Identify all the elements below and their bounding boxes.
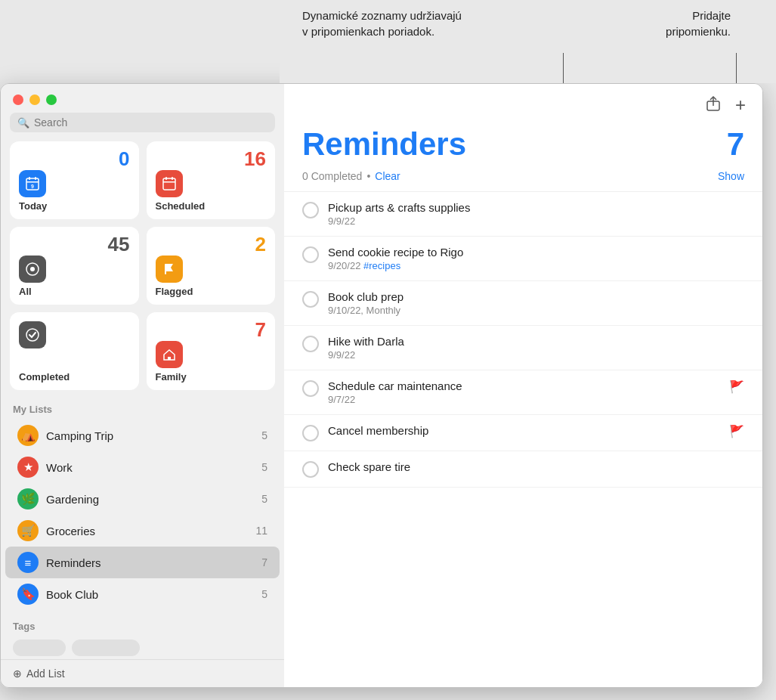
scheduled-icon — [156, 170, 183, 197]
reminder-title-6: Cancel membership — [328, 424, 720, 437]
add-list-icon: ⊕ — [13, 667, 22, 680]
bookclub-icon: 🔖 — [17, 584, 39, 605]
reminder-title-3: Book club prep — [328, 290, 744, 303]
list-item-gardening[interactable]: 🌿 Gardening 5 — [5, 483, 280, 515]
add-list-label: Add List — [26, 667, 65, 680]
bookclub-name: Book Club — [46, 588, 254, 601]
reminder-checkbox-4[interactable] — [302, 336, 319, 352]
svg-rect-3 — [26, 181, 39, 183]
reminder-date-2: 9/20/22 — [328, 260, 363, 271]
smart-list-all[interactable]: 45 All — [10, 227, 139, 305]
reminder-content-7: Check spare tire — [328, 460, 744, 473]
reminder-item-3: Book club prep 9/10/22, Monthly — [284, 281, 762, 326]
tags-section-label: Tags — [1, 618, 284, 637]
tooltip-line-right — [736, 53, 737, 83]
reminder-checkbox-2[interactable] — [302, 246, 319, 263]
main-total-count: 7 — [727, 126, 744, 163]
clear-button[interactable]: Clear — [375, 170, 400, 182]
smart-lists-grid: 0 9 Today 16 — [1, 141, 284, 401]
svg-rect-5 — [163, 178, 175, 190]
smart-list-family[interactable]: 7 Family — [147, 312, 276, 390]
main-title: Reminders — [302, 126, 466, 163]
separator-dot: • — [366, 170, 370, 182]
close-button[interactable] — [13, 94, 23, 105]
minimize-button[interactable] — [29, 94, 40, 105]
tooltip-line-left — [563, 53, 564, 83]
reminder-title-2: Send cookie recipe to Rigo — [328, 246, 744, 259]
app-window: 🔍 0 9 Today — [0, 83, 763, 688]
list-item-camping[interactable]: ⛺ Camping Trip 5 — [5, 420, 280, 451]
reminder-title-5: Schedule car maintenance — [328, 379, 720, 392]
add-reminder-button[interactable]: + — [734, 93, 747, 117]
reminder-content-5: Schedule car maintenance 9/7/22 — [328, 379, 720, 405]
reminder-item-2: Send cookie recipe to Rigo 9/20/22 #reci… — [284, 237, 762, 281]
reminder-item-5: Schedule car maintenance 9/7/22 🚩 — [284, 370, 762, 415]
smart-list-flagged[interactable]: 2 Flagged — [147, 227, 276, 305]
camping-name: Camping Trip — [46, 429, 254, 442]
list-item-work[interactable]: ★ Work 5 — [5, 451, 280, 483]
smart-list-completed[interactable]: Completed — [10, 312, 139, 390]
reminder-subtitle-1: 9/9/22 — [328, 215, 744, 227]
my-lists-section-label: My Lists — [1, 401, 284, 420]
completed-bar: 0 Completed • Clear Show — [284, 170, 762, 192]
list-item-reminders[interactable]: ≡ Reminders 7 — [5, 547, 280, 578]
reminder-title-4: Hike with Darla — [328, 335, 744, 348]
search-input[interactable] — [34, 116, 267, 129]
all-icon — [19, 256, 46, 283]
reminder-flag-5: 🚩 — [729, 379, 744, 394]
maximize-button[interactable] — [46, 94, 57, 105]
smart-list-today[interactable]: 0 9 Today — [10, 141, 139, 219]
sidebar: 🔍 0 9 Today — [1, 84, 284, 687]
work-name: Work — [46, 461, 254, 474]
camping-icon: ⛺ — [17, 425, 39, 446]
smart-list-scheduled[interactable]: 16 Scheduled — [147, 141, 276, 219]
svg-rect-2 — [35, 177, 36, 180]
reminder-checkbox-6[interactable] — [302, 425, 319, 441]
reminder-subtitle-4: 9/9/22 — [328, 349, 744, 361]
reminders-count: 7 — [261, 556, 267, 568]
all-count: 45 — [19, 234, 130, 254]
family-label: Family — [156, 371, 267, 383]
reminder-list: Pickup arts & crafts supplies 9/9/22 Sen… — [284, 192, 762, 687]
tag-pill-2[interactable] — [72, 640, 140, 656]
search-icon: 🔍 — [17, 117, 29, 129]
reminder-checkbox-7[interactable] — [302, 461, 319, 478]
search-bar[interactable]: 🔍 — [10, 113, 275, 132]
reminder-checkbox-5[interactable] — [302, 380, 319, 397]
show-button[interactable]: Show — [718, 170, 744, 182]
svg-rect-13 — [168, 357, 171, 360]
groceries-icon: 🛒 — [17, 520, 39, 541]
share-button[interactable] — [703, 94, 723, 117]
family-count: 7 — [156, 320, 267, 339]
svg-rect-8 — [163, 181, 175, 183]
gardening-icon: 🌿 — [17, 488, 39, 510]
list-item-groceries[interactable]: 🛒 Groceries 11 — [5, 515, 280, 547]
list-item-bookclub[interactable]: 🔖 Book Club 5 — [5, 578, 280, 610]
tooltip-right: Pridajtepripomienku. — [666, 8, 731, 39]
reminder-subtitle-2: 9/20/22 #recipes — [328, 260, 744, 271]
work-count: 5 — [261, 461, 267, 473]
reminders-name: Reminders — [46, 556, 254, 569]
reminder-checkbox-3[interactable] — [302, 291, 319, 308]
groceries-count: 11 — [255, 525, 267, 537]
reminder-item-1: Pickup arts & crafts supplies 9/9/22 — [284, 192, 762, 237]
camping-count: 5 — [261, 429, 267, 441]
all-label: All — [19, 286, 130, 297]
tags-row — [1, 637, 284, 659]
groceries-name: Groceries — [46, 525, 248, 537]
reminder-title-7: Check spare tire — [328, 460, 744, 473]
add-list-button[interactable]: ⊕ Add List — [1, 659, 284, 687]
reminder-content-1: Pickup arts & crafts supplies 9/9/22 — [328, 201, 744, 227]
tag-pill-1[interactable] — [13, 640, 66, 656]
gardening-name: Gardening — [46, 493, 254, 506]
tooltip-left: Dynamické zoznamy udržiavajúv pripomienk… — [302, 8, 462, 39]
main-header: Reminders 7 — [284, 123, 762, 170]
reminder-item-7: Check spare tire — [284, 451, 762, 488]
completed-label: Completed — [19, 371, 130, 383]
reminders-icon: ≡ — [17, 552, 39, 573]
flagged-label: Flagged — [156, 286, 267, 297]
svg-rect-6 — [165, 177, 167, 180]
svg-text:9: 9 — [31, 184, 34, 189]
family-icon — [156, 341, 183, 368]
reminder-checkbox-1[interactable] — [302, 202, 319, 218]
